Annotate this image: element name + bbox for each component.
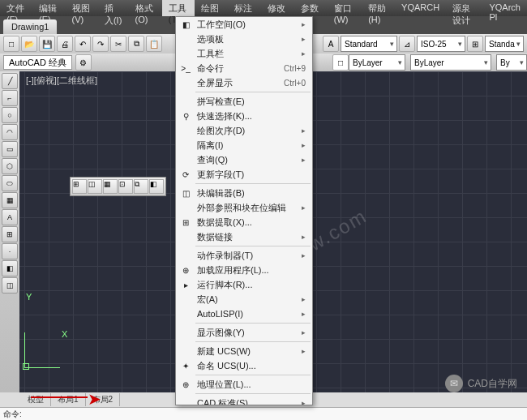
ellipse-tool[interactable]: ⬭ bbox=[2, 175, 18, 191]
linetype-combo[interactable]: ByLayer bbox=[410, 54, 491, 71]
menu-item-label: 选项板 bbox=[197, 33, 224, 45]
rect-tool[interactable]: ▭ bbox=[2, 141, 18, 157]
menu-1[interactable]: 编辑(E) bbox=[32, 0, 65, 16]
menu-item[interactable]: 动作录制器(T)▸ bbox=[176, 248, 312, 263]
menu-13[interactable]: 源泉设计 bbox=[446, 0, 482, 16]
layer-combo[interactable]: ByLayer bbox=[349, 54, 405, 71]
ft-btn-1[interactable]: ⊞ bbox=[72, 179, 87, 194]
menu-item-icon: ⟳ bbox=[179, 168, 192, 181]
menu-item[interactable]: 外部参照和块在位编辑▸ bbox=[176, 200, 312, 215]
menu-item[interactable]: AutoLISP(I)▸ bbox=[176, 306, 312, 321]
region-tool[interactable]: ◧ bbox=[2, 260, 18, 276]
menu-item[interactable]: 选项板▸ bbox=[176, 32, 312, 46]
copy-button[interactable]: ⧉ bbox=[128, 36, 144, 52]
menu-item[interactable]: ◧工作空间(O)▸ bbox=[176, 17, 312, 32]
menu-item[interactable]: 全屏显示Ctrl+0 bbox=[176, 75, 312, 90]
menu-0[interactable]: 文件(F) bbox=[0, 0, 32, 16]
menu-12[interactable]: YQARCH bbox=[395, 0, 446, 16]
menu-item[interactable]: 拼写检查(E) bbox=[176, 94, 312, 109]
table-icon[interactable]: ⊞ bbox=[467, 36, 483, 52]
menu-item[interactable]: ✦命名 UCS(U)... bbox=[176, 358, 312, 373]
ucs-x-label: X bbox=[62, 329, 67, 339]
menu-3[interactable]: 插入(I) bbox=[98, 0, 129, 16]
menu-item[interactable]: 查询(Q)▸ bbox=[176, 152, 312, 167]
menu-6[interactable]: 绘图(D) bbox=[195, 0, 228, 16]
menu-item[interactable]: 隔离(I)▸ bbox=[176, 138, 312, 152]
block-tool[interactable]: ◫ bbox=[2, 277, 18, 294]
drawing-tab[interactable]: Drawing1 bbox=[3, 19, 57, 34]
menu-item-icon: ✦ bbox=[179, 359, 192, 372]
submenu-arrow-icon: ▸ bbox=[302, 251, 306, 259]
menu-item-icon: ⊞ bbox=[179, 216, 192, 229]
menu-bar: 文件(F)编辑(E)视图(V)插入(I)格式(O)工具(T)绘图(D)标注(N)… bbox=[0, 0, 527, 16]
line-tool[interactable]: ╱ bbox=[2, 73, 18, 89]
text-tool[interactable]: A bbox=[2, 209, 18, 225]
ws-button[interactable]: ⚙ bbox=[75, 54, 92, 71]
menu-item[interactable]: ⊕加载应用程序(L)... bbox=[176, 263, 312, 277]
menu-item-label: 更新字段(T) bbox=[197, 169, 244, 181]
open-button[interactable]: 📂 bbox=[21, 36, 37, 52]
lineweight-combo[interactable]: By bbox=[496, 54, 527, 71]
dim-style-combo[interactable]: ISO-25 bbox=[417, 36, 465, 52]
layout-tab[interactable]: 布局1 bbox=[51, 393, 86, 406]
paste-button[interactable]: 📋 bbox=[146, 36, 162, 52]
ft-btn-2[interactable]: ◫ bbox=[88, 179, 102, 194]
menu-4[interactable]: 格式(O) bbox=[129, 0, 162, 16]
menu-11[interactable]: 帮助(H) bbox=[362, 0, 395, 16]
menu-item-label: 加载应用程序(L)... bbox=[197, 264, 269, 276]
menu-item[interactable]: ⊕地理位置(L)... bbox=[176, 377, 312, 392]
ft-btn-6[interactable]: ◧ bbox=[149, 179, 164, 194]
menu-item[interactable]: 工具栏▸ bbox=[176, 46, 312, 61]
menu-item-label: 命令行 bbox=[197, 62, 224, 75]
plot-button[interactable]: 🖨 bbox=[57, 36, 73, 52]
menu-7[interactable]: 标注(N) bbox=[228, 0, 261, 16]
menu-item[interactable]: ▸运行脚本(R)... bbox=[176, 277, 312, 292]
point-tool[interactable]: · bbox=[2, 243, 18, 259]
menu-separator bbox=[195, 183, 311, 184]
save-button[interactable]: 💾 bbox=[39, 36, 55, 52]
menu-item[interactable]: ⚲快速选择(K)... bbox=[176, 109, 312, 123]
menu-10[interactable]: 窗口(W) bbox=[328, 0, 362, 16]
menu-item[interactable]: 数据链接▸ bbox=[176, 229, 312, 244]
polygon-tool[interactable]: ⬡ bbox=[2, 158, 18, 174]
circle-tool[interactable]: ○ bbox=[2, 107, 18, 123]
menu-item[interactable]: 绘图次序(D)▸ bbox=[176, 123, 312, 138]
menu-item[interactable]: >_命令行Ctrl+9 bbox=[176, 61, 312, 75]
polyline-tool[interactable]: ⌐ bbox=[2, 90, 18, 106]
workspace-combo[interactable]: AutoCAD 经典 bbox=[3, 55, 72, 70]
menu-item[interactable]: 宏(A)▸ bbox=[176, 292, 312, 306]
menu-5[interactable]: 工具(T) bbox=[162, 0, 195, 16]
menu-item[interactable]: ◫块编辑器(B) bbox=[176, 186, 312, 200]
dim-icon[interactable]: ⊿ bbox=[399, 36, 415, 52]
ucs-y-label: Y bbox=[26, 292, 32, 302]
undo-button[interactable]: ↶ bbox=[75, 36, 91, 52]
menu-8[interactable]: 修改(M) bbox=[261, 0, 295, 16]
cut-button[interactable]: ✂ bbox=[110, 36, 126, 52]
menu-9[interactable]: 参数(P) bbox=[294, 0, 327, 16]
menu-item[interactable]: 显示图像(Y)▸ bbox=[176, 325, 312, 340]
hatch-tool[interactable]: ▦ bbox=[2, 192, 18, 208]
menu-2[interactable]: 视图(V) bbox=[66, 0, 98, 16]
menu-item[interactable]: ⟳更新字段(T) bbox=[176, 167, 312, 182]
table-style-combo[interactable]: Standa bbox=[485, 36, 524, 52]
viewport-label[interactable]: [-][俯视][二维线框] bbox=[26, 75, 97, 87]
style-icon[interactable]: A bbox=[323, 36, 339, 52]
ft-btn-4[interactable]: ⊡ bbox=[118, 179, 133, 194]
ft-btn-5[interactable]: ⧉ bbox=[134, 179, 148, 194]
layout-tab[interactable]: 模型 bbox=[21, 393, 51, 406]
menu-item[interactable]: ⊞数据提取(X)... bbox=[176, 215, 312, 229]
command-line[interactable]: 命令: bbox=[0, 407, 527, 420]
new-button[interactable]: □ bbox=[3, 36, 19, 52]
color-swatch[interactable]: □ bbox=[332, 54, 349, 71]
floating-toolbar[interactable]: ⊞ ◫ ▦ ⊡ ⧉ ◧ bbox=[70, 177, 166, 196]
ft-btn-3[interactable]: ▦ bbox=[103, 179, 118, 194]
menu-14[interactable]: YQArch Pl bbox=[482, 0, 527, 16]
menu-item[interactable]: 新建 UCS(W)▸ bbox=[176, 344, 312, 358]
text-style-combo[interactable]: Standard bbox=[341, 36, 397, 52]
redo-button[interactable]: ↷ bbox=[92, 36, 109, 52]
menu-item-label: 块编辑器(B) bbox=[197, 187, 245, 199]
table-tool[interactable]: ⊞ bbox=[2, 226, 18, 242]
arc-tool[interactable]: ◠ bbox=[2, 124, 18, 140]
wechat-label: CAD自学网 bbox=[468, 377, 517, 391]
menu-item[interactable]: CAD 标准(S)▸ bbox=[176, 396, 312, 405]
